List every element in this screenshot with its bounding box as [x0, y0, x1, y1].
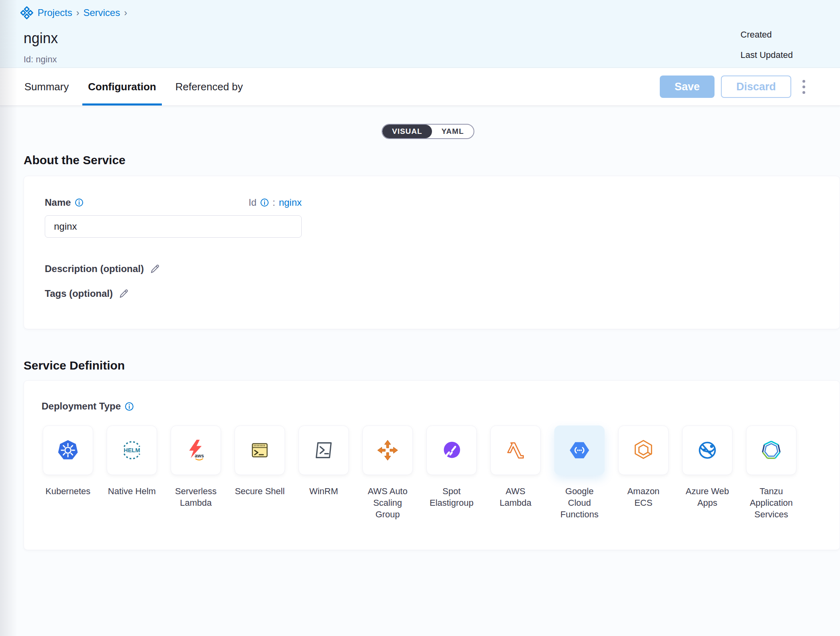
about-service-card: Name Id : nginx [24, 176, 840, 329]
edit-description-button[interactable] [149, 264, 160, 274]
header-meta: Created Last Updated [740, 30, 793, 70]
configuration-content: VISUAL YAML About the Service Name Id [0, 106, 840, 636]
breadcrumb-services-link[interactable]: Services [83, 7, 120, 18]
breadcrumb-projects-link[interactable]: Projects [38, 7, 72, 18]
kebab-menu-icon[interactable] [798, 76, 810, 98]
save-button[interactable]: Save [660, 76, 715, 98]
google-cloud-functions-icon [567, 438, 592, 463]
name-label: Name [45, 197, 71, 208]
deployment-type-spot-elastigroup[interactable]: Spot Elastigroup [425, 425, 478, 520]
tab-summary[interactable]: Summary [19, 68, 74, 105]
kubernetes-icon [56, 438, 80, 463]
tab-configuration[interactable]: Configuration [82, 68, 161, 105]
service-definition-heading: Service Definition [24, 359, 840, 372]
view-toggle-row: VISUAL YAML [382, 106, 502, 139]
tab-bar: Summary Configuration Referenced by Save… [0, 68, 840, 106]
entity-id: Id: nginx [24, 54, 840, 65]
toggle-yaml[interactable]: YAML [432, 125, 474, 138]
last-updated-label: Last Updated [740, 50, 793, 60]
name-label-group: Name [45, 197, 84, 208]
description-label: Description (optional) [45, 263, 144, 274]
deployment-type-label: Deployment Type [42, 401, 121, 412]
deployment-type-amazon-ecs[interactable]: Amazon ECS [617, 425, 670, 520]
edit-tags-button[interactable] [118, 288, 129, 299]
deployment-type-winrm[interactable]: WinRM [297, 425, 350, 520]
page-title: nginx [24, 30, 840, 46]
amazon-ecs-icon [631, 438, 656, 463]
info-icon[interactable] [260, 198, 269, 207]
id-label: Id [249, 197, 257, 208]
tags-row: Tags (optional) [45, 288, 840, 299]
svg-text:HELM: HELM [123, 447, 140, 453]
tags-label: Tags (optional) [45, 288, 113, 299]
deployment-type-secure-shell[interactable]: Secure Shell [233, 425, 286, 520]
service-id-group: Id : nginx [249, 197, 302, 208]
deployment-type-native-helm[interactable]: HELM Native Helm [105, 425, 158, 520]
toggle-visual[interactable]: VISUAL [382, 125, 432, 138]
pencil-icon [118, 288, 129, 299]
page-header: Projects › Services › nginx Id: nginx Cr… [0, 0, 840, 68]
deployment-type-aws-auto-scaling-group[interactable]: AWS Auto Scaling Group [361, 425, 414, 520]
helm-icon: HELM [119, 438, 144, 463]
deployment-type-azure-web-apps[interactable]: Azure Web Apps [681, 425, 734, 520]
deployment-type-label-group: Deployment Type [42, 401, 840, 412]
service-id-value[interactable]: nginx [279, 197, 302, 208]
tanzu-icon [759, 438, 784, 463]
breadcrumb: Projects › Services › [0, 0, 840, 20]
spot-elastigroup-icon [439, 438, 464, 463]
service-configuration-page: Projects › Services › nginx Id: nginx Cr… [0, 0, 840, 636]
discard-button[interactable]: Discard [721, 76, 791, 98]
deployment-type-kubernetes[interactable]: Kubernetes [42, 425, 94, 520]
deployment-type-grid: Kubernetes HELM Native Helm aws [42, 425, 840, 520]
aws-auto-scaling-icon [375, 438, 400, 463]
projects-logo-icon [20, 6, 34, 20]
azure-web-apps-icon [695, 438, 720, 463]
serverless-lambda-icon: aws [183, 438, 208, 463]
pencil-icon [149, 264, 160, 274]
description-row: Description (optional) [45, 263, 840, 274]
name-row: Name Id : nginx [45, 197, 302, 208]
svg-text:aws: aws [195, 453, 204, 459]
service-definition-card: Deployment Type [24, 380, 840, 550]
visual-yaml-toggle: VISUAL YAML [382, 124, 474, 139]
toolbar: Save Discard [660, 68, 810, 105]
id-separator: : [273, 197, 275, 208]
info-icon[interactable] [125, 402, 134, 411]
about-service-heading: About the Service [24, 153, 840, 167]
deployment-type-serverless-lambda[interactable]: aws Serverless Lambda [169, 425, 222, 520]
chevron-right-icon: › [124, 8, 127, 18]
deployment-type-aws-lambda[interactable]: AWS Lambda [489, 425, 542, 520]
deployment-type-google-cloud-functions[interactable]: Google Cloud Functions [553, 425, 606, 520]
tab-referenced-by[interactable]: Referenced by [170, 68, 249, 105]
secure-shell-icon [247, 438, 272, 463]
deployment-type-tanzu-application-services[interactable]: Tanzu Application Services [745, 425, 798, 520]
created-label: Created [740, 30, 793, 40]
info-icon[interactable] [75, 198, 84, 207]
chevron-right-icon: › [76, 8, 80, 18]
service-name-input[interactable] [45, 215, 302, 238]
winrm-icon [311, 438, 336, 463]
aws-lambda-icon [503, 438, 528, 463]
